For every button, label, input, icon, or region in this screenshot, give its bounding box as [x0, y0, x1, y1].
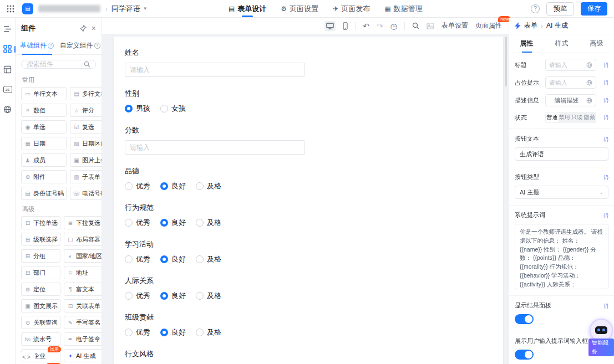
component-item[interactable]: ▤ 多行文本 [70, 87, 102, 100]
panel-tab[interactable]: 自定义组件 [59, 38, 102, 54]
close-icon[interactable]: × [92, 25, 96, 32]
status-option[interactable]: 普通 [546, 112, 559, 122]
formula-icon[interactable]: {/} [599, 80, 608, 85]
help-icon[interactable]: ? [531, 4, 540, 13]
page-title[interactable]: 同学评语 [111, 4, 140, 14]
name-input[interactable] [125, 63, 305, 77]
code-collapse-icon[interactable]: <> [19, 352, 35, 361]
component-item[interactable]: ⌗ 数值 [21, 104, 67, 117]
placeholder-input[interactable]: 请输入 [545, 76, 596, 89]
form-field-article-style[interactable]: 行文风格 严肃的 温柔的 [125, 349, 492, 364]
form-field-name[interactable]: 姓名 [125, 48, 492, 77]
component-item[interactable]: ⊙ 关联查询 [21, 316, 60, 329]
form-field-contribution[interactable]: 班级贡献 优秀 良好 [125, 312, 492, 337]
component-item[interactable]: ▥ 子表单 [70, 170, 102, 183]
radio-option[interactable]: 及格 [196, 254, 221, 264]
chevron-down-icon[interactable]: ▼ [143, 6, 148, 11]
desktop-view-icon[interactable] [324, 21, 336, 31]
button-type-select[interactable]: AI 主题 ⌄ [515, 186, 608, 199]
radio-option[interactable]: 良好 [160, 218, 186, 228]
radio-option[interactable]: 优秀 [125, 254, 150, 264]
form-field-relationship[interactable]: 人际关系 优秀 良好 [125, 276, 492, 301]
component-item[interactable]: ¶ 富文本 [64, 283, 102, 296]
zoom-search-icon[interactable] [412, 22, 419, 29]
formula-icon[interactable]: {/} [599, 175, 608, 180]
apps-grid-icon[interactable] [7, 5, 14, 13]
inspector-tab[interactable]: 属性 [509, 34, 544, 53]
form-field-gender[interactable]: 性别 男孩 女孩 [125, 89, 492, 114]
inspector-tab[interactable]: 高级 [579, 34, 614, 53]
title-input[interactable]: 请输入 [545, 59, 596, 71]
radio-option[interactable]: 及格 [196, 291, 221, 301]
formula-icon[interactable]: {/} [599, 115, 608, 120]
canvas-scrollbar[interactable] [505, 37, 507, 86]
outline-tree-icon[interactable] [3, 25, 12, 33]
save-button[interactable]: 保存 [581, 2, 607, 16]
i18n-globe-icon[interactable] [586, 98, 592, 104]
edit-description-button[interactable]: 编辑描述 [545, 94, 596, 106]
component-item[interactable]: ≣ 下拉复选 [64, 216, 102, 229]
component-item[interactable]: ✒ 电子签章 [64, 332, 102, 346]
radio-option[interactable]: 优秀 [125, 218, 150, 228]
app-logo[interactable]: ▤ [22, 3, 33, 14]
form-field-behavior[interactable]: 行为规范 优秀 良好 [125, 203, 492, 228]
search-input[interactable] [27, 60, 84, 68]
radio-option[interactable]: 优秀 [125, 327, 150, 337]
component-item[interactable]: ⊕ 附件 [21, 170, 67, 183]
javascript-icon[interactable]: JS [3, 86, 12, 93]
component-item[interactable]: ▦ 日期 [21, 137, 67, 150]
radio-option[interactable]: 良好 [160, 291, 186, 301]
undo-icon[interactable]: ↶ [363, 22, 369, 30]
component-item[interactable]: ▭ 单行文本 [21, 87, 67, 100]
radio-option[interactable]: 女孩 [160, 104, 186, 114]
top-nav-tab[interactable]: ▦ 数据管理 [384, 0, 422, 18]
mobile-view-icon[interactable] [343, 22, 348, 30]
component-item[interactable]: ◉ 单选 [21, 120, 67, 134]
history-icon[interactable]: ◷ [390, 22, 397, 30]
component-search[interactable] [21, 60, 96, 69]
top-nav-tab[interactable]: ✈ 页面发布 [333, 0, 370, 18]
screenshot-icon[interactable] [427, 23, 434, 29]
component-item[interactable]: № 流水号 [21, 332, 60, 346]
top-nav-tab[interactable]: ⚙ 页面设置 [281, 0, 318, 18]
component-item[interactable]: ▢ 布局容器 [64, 233, 102, 246]
status-option[interactable]: 禁用 [559, 112, 571, 122]
component-item[interactable]: ⊡ 关联表单 [64, 299, 102, 312]
component-item[interactable]: ☏ 电话号码 [70, 187, 102, 200]
component-item[interactable]: ▣ 图片上传 [70, 153, 102, 167]
formula-icon[interactable]: {/} [599, 303, 608, 309]
button-text-input[interactable]: 生成评语 [515, 147, 608, 161]
user-prompt-toggle[interactable] [515, 350, 534, 360]
system-prompt-textarea[interactable] [515, 224, 608, 289]
radio-option[interactable]: 及格 [196, 218, 221, 228]
i18n-globe-icon[interactable] [586, 80, 592, 86]
preview-button[interactable]: 预览 [546, 2, 574, 16]
form-field-activity[interactable]: 学习活动 优秀 良好 [125, 239, 492, 264]
score-input[interactable] [125, 140, 305, 155]
formula-icon[interactable]: {/} [599, 98, 608, 103]
radio-option[interactable]: 优秀 [125, 291, 150, 301]
component-item[interactable]: ⊚ 定位 [21, 283, 60, 296]
form-field-morality[interactable]: 品德 优秀 良好 [125, 166, 492, 191]
formula-icon[interactable]: {/} [599, 62, 608, 68]
component-item[interactable]: ◐ 国家/地区 [64, 249, 102, 263]
component-item[interactable]: ▣ 图文展示 [21, 299, 60, 312]
inspector-tab[interactable]: 样式 [544, 34, 579, 53]
radio-option[interactable]: 优秀 [125, 181, 150, 191]
radio-option[interactable]: 及格 [196, 327, 221, 337]
top-nav-tab[interactable]: ▤ 表单设计 [229, 0, 266, 18]
component-item[interactable]: ✦ AI 生成 [64, 349, 102, 362]
component-item[interactable]: ▧ 日期区间 [70, 137, 102, 150]
radio-option[interactable]: 良好 [160, 254, 186, 264]
radio-option[interactable]: 及格 [196, 181, 221, 191]
component-item[interactable]: ✎ 手写签名 [64, 316, 102, 329]
component-item[interactable]: ⊟ 部门 [21, 266, 60, 279]
breadcrumb-root[interactable]: 表单 [524, 21, 537, 30]
component-item[interactable]: ⚐ 地址 [64, 266, 102, 279]
form-settings-button[interactable]: 表单设置 [442, 21, 468, 30]
form-field-score[interactable]: 分数 [125, 125, 492, 155]
formula-icon[interactable]: {/} [599, 213, 608, 218]
component-item[interactable]: ☆ 评分 [70, 104, 102, 117]
formula-icon[interactable]: {/} [599, 136, 608, 142]
radio-option[interactable]: 良好 [160, 327, 186, 337]
